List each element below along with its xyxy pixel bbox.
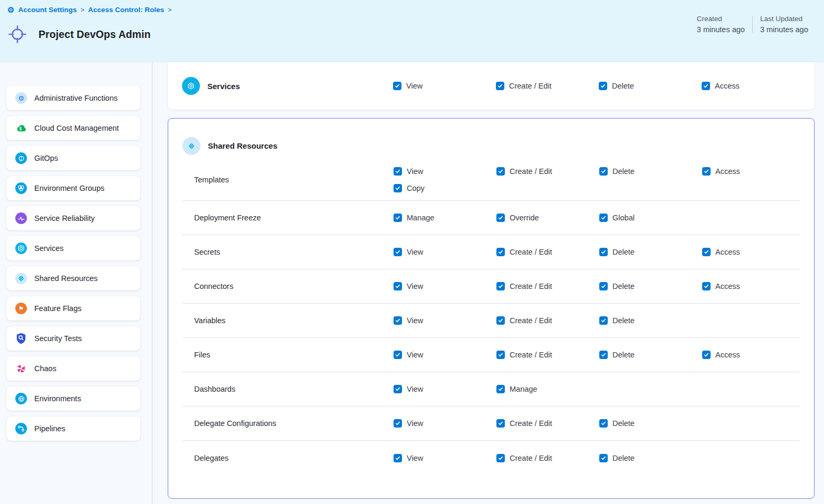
permission-checkbox-checked[interactable] bbox=[394, 316, 402, 325]
sidebar-item-label: Pipelines bbox=[34, 424, 65, 433]
permission: Manage bbox=[496, 385, 599, 393]
sidebar-item-label: Chaos bbox=[34, 364, 56, 373]
permission-checkbox-checked[interactable] bbox=[496, 282, 505, 290]
permission-label: Create / Edit bbox=[510, 282, 552, 290]
permission-checkbox-checked[interactable] bbox=[496, 385, 505, 393]
permission-checkbox-checked[interactable] bbox=[599, 248, 608, 256]
role-target-icon bbox=[7, 24, 27, 44]
permission-checkbox-checked[interactable] bbox=[394, 214, 402, 222]
permission-label: View bbox=[407, 419, 423, 428]
permission-checkbox-checked[interactable] bbox=[599, 282, 608, 290]
shared-resources-card-title: Shared Resources bbox=[208, 141, 277, 150]
permission-checkbox-checked[interactable] bbox=[393, 82, 401, 90]
permission-checkbox-checked[interactable] bbox=[496, 82, 504, 90]
permission: Manage bbox=[394, 214, 496, 222]
permission-label: Create / Edit bbox=[509, 82, 552, 90]
permission-checkbox-checked[interactable] bbox=[702, 82, 710, 90]
shared-resources-icon bbox=[183, 137, 200, 155]
permission-label: View bbox=[407, 454, 423, 462]
last-updated-value: 3 minutes ago bbox=[760, 25, 808, 34]
resource-row-connectors: ConnectorsViewCreate / EditDeleteAccess bbox=[183, 269, 800, 304]
permission-checkbox-checked[interactable] bbox=[394, 167, 402, 176]
breadcrumb-separator: > bbox=[168, 6, 172, 14]
permission: Create / Edit bbox=[496, 316, 599, 325]
permission: Create / Edit bbox=[496, 419, 599, 428]
sidebar-item-administrative-functions[interactable]: ⚙Administrative Functions bbox=[6, 86, 140, 110]
permission-checkbox-checked[interactable] bbox=[599, 351, 608, 359]
permission-checkbox-checked[interactable] bbox=[496, 167, 505, 176]
settings-gear-icon: ⚙ bbox=[7, 6, 14, 14]
sidebar-item-services[interactable]: Services bbox=[6, 236, 140, 260]
breadcrumb-separator: > bbox=[80, 6, 84, 14]
resource-row-templates: TemplatesViewCreate / EditDeleteAccessCo… bbox=[183, 159, 800, 201]
permission-label: Create / Edit bbox=[510, 351, 552, 359]
permission-checkbox-checked[interactable] bbox=[599, 167, 608, 176]
permission-checkbox-checked[interactable] bbox=[599, 82, 607, 90]
permission: Access bbox=[702, 82, 804, 90]
permission: Access bbox=[702, 282, 805, 290]
permission: Delete bbox=[599, 82, 702, 90]
resource-row-permissions: ViewCreate / EditDelete bbox=[394, 446, 805, 470]
resource-row-secrets: SecretsViewCreate / EditDeleteAccess bbox=[183, 235, 800, 269]
sidebar-item-gitops[interactable]: GitOps bbox=[6, 146, 140, 170]
resource-row-label: Variables bbox=[183, 316, 394, 325]
permission-label: Create / Edit bbox=[510, 167, 552, 176]
permission-checkbox-checked[interactable] bbox=[496, 248, 505, 256]
permission-checkbox-checked[interactable] bbox=[702, 167, 711, 176]
sidebar-item-environments[interactable]: Environments bbox=[6, 386, 140, 411]
permission-checkbox-checked[interactable] bbox=[496, 419, 505, 428]
permission-checkbox-checked[interactable] bbox=[394, 184, 402, 192]
sidebar-item-chaos[interactable]: Chaos bbox=[6, 356, 140, 381]
permission-checkbox-checked[interactable] bbox=[702, 248, 711, 256]
created-value: 3 minutes ago bbox=[697, 25, 745, 34]
environments-icon bbox=[15, 393, 27, 404]
permission-label: Create / Edit bbox=[510, 419, 552, 428]
resource-row-files: FilesViewCreate / EditDeleteAccess bbox=[183, 338, 800, 372]
permission-checkbox-checked[interactable] bbox=[394, 248, 402, 256]
resource-row-label: Dashboards bbox=[183, 385, 394, 393]
sidebar-item-security-tests[interactable]: Security Tests bbox=[6, 326, 140, 351]
permission-checkbox-checked[interactable] bbox=[496, 454, 505, 462]
resource-row-variables: VariablesViewCreate / EditDelete bbox=[183, 304, 800, 338]
breadcrumb-link-access-control-roles[interactable]: Access Control: Roles bbox=[88, 6, 164, 14]
sidebar-item-label: Environments bbox=[34, 394, 81, 403]
page-header: ⚙ Account Settings > Access Control: Rol… bbox=[0, 0, 824, 62]
permission: Create / Edit bbox=[496, 282, 599, 290]
permission-checkbox-checked[interactable] bbox=[496, 316, 505, 325]
permission-checkbox-checked[interactable] bbox=[599, 419, 608, 428]
permission-checkbox-checked[interactable] bbox=[394, 282, 402, 290]
permission-label: Global bbox=[612, 214, 635, 222]
permission-checkbox-checked[interactable] bbox=[599, 214, 608, 222]
svg-text:$: $ bbox=[20, 127, 22, 131]
feature-flags-icon: ⚑ bbox=[15, 303, 27, 314]
sidebar-item-pipelines[interactable]: Pipelines bbox=[6, 416, 140, 441]
admin-gear-icon: ⚙ bbox=[15, 92, 27, 104]
permission-checkbox-checked[interactable] bbox=[394, 419, 402, 428]
permission-label: Create / Edit bbox=[510, 454, 552, 462]
shared-resources-card: Shared Resources TemplatesViewCreate / E… bbox=[168, 118, 815, 499]
permission-label: Access bbox=[715, 282, 740, 290]
sidebar-item-environment-groups[interactable]: Environment Groups bbox=[6, 176, 140, 200]
permission-checkbox-checked[interactable] bbox=[394, 351, 402, 359]
permission: Create / Edit bbox=[496, 248, 599, 256]
permission: View bbox=[394, 385, 496, 393]
resource-row-permissions: ViewCreate / EditDelete bbox=[394, 308, 805, 333]
permission-checkbox-checked[interactable] bbox=[702, 282, 711, 290]
permission-checkbox-checked[interactable] bbox=[496, 351, 505, 359]
sidebar-item-label: Feature Flags bbox=[34, 304, 81, 313]
sidebar-item-shared-resources[interactable]: Shared Resources bbox=[6, 266, 140, 290]
permission-label: View bbox=[407, 167, 423, 176]
permission-checkbox-checked[interactable] bbox=[394, 385, 402, 393]
sidebar-item-feature-flags[interactable]: ⚑Feature Flags bbox=[6, 296, 140, 321]
permission-checkbox-checked[interactable] bbox=[394, 454, 402, 462]
sidebar-item-service-reliability[interactable]: Service Reliability bbox=[6, 206, 140, 230]
sidebar-item-cloud-cost-management[interactable]: $Cloud Cost Management bbox=[6, 116, 140, 140]
security-tests-icon bbox=[15, 333, 27, 344]
permission-checkbox-checked[interactable] bbox=[702, 351, 711, 359]
permission: Delete bbox=[599, 248, 702, 256]
sidebar-item-label: Service Reliability bbox=[34, 214, 94, 222]
permission-checkbox-checked[interactable] bbox=[599, 454, 608, 462]
breadcrumb-link-account-settings[interactable]: Account Settings bbox=[18, 6, 76, 14]
permission-checkbox-checked[interactable] bbox=[599, 316, 608, 325]
permission-checkbox-checked[interactable] bbox=[496, 214, 505, 222]
